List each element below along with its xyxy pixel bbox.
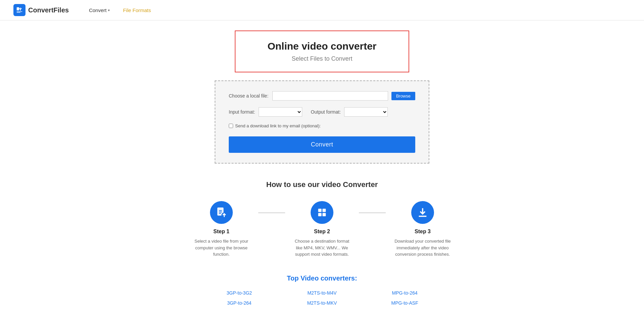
- convert-button[interactable]: Convert: [229, 136, 415, 153]
- step-1-description: Select a video file from your computer u…: [191, 238, 252, 258]
- how-to-section: How to use our video Converter: [121, 180, 523, 258]
- converter-link-m2ts-m4v[interactable]: M2TS-to-M4V: [287, 289, 357, 297]
- navigation: Convert ▾ File Formats: [89, 7, 151, 13]
- logo-icon: [13, 4, 25, 16]
- logo-text: ConvertFiles: [28, 6, 69, 14]
- converter-link-mpg-asf[interactable]: MPG-to-ASF: [370, 299, 439, 307]
- chevron-down-icon: ▾: [108, 8, 110, 12]
- email-checkbox-label: Send a download link to my email (option…: [235, 123, 321, 128]
- svg-rect-13: [318, 213, 322, 216]
- step-1-icon-circle: [210, 201, 233, 224]
- nav-file-formats[interactable]: File Formats: [123, 7, 151, 13]
- step-3: Step 3 Download your converted file imme…: [386, 201, 460, 258]
- header: ConvertFiles Convert ▾ File Formats: [0, 0, 644, 20]
- page-title: Online video converter: [256, 41, 388, 52]
- nav-convert[interactable]: Convert ▾: [89, 7, 110, 13]
- logo[interactable]: ConvertFiles: [13, 4, 69, 16]
- browse-button[interactable]: Browse: [391, 92, 415, 100]
- file-row: Choose a local file: Browse: [229, 91, 415, 101]
- converter-link-mpg-264[interactable]: MPG-to-264: [370, 289, 439, 297]
- converter-link-3gp-264[interactable]: 3GP-to-264: [205, 299, 274, 307]
- svg-rect-0: [17, 7, 19, 10]
- step-2-number: Step 2: [314, 229, 330, 235]
- hero-subtitle: Select Files to Convert: [256, 55, 388, 62]
- steps-container: Step 1 Select a video file from your com…: [121, 201, 523, 258]
- email-checkbox[interactable]: [229, 124, 233, 128]
- how-to-title: How to use our video Converter: [121, 180, 523, 189]
- email-checkbox-row: Send a download link to my email (option…: [229, 123, 415, 128]
- step-2: Step 2 Choose a destination format like …: [285, 201, 359, 258]
- step-1-number: Step 1: [213, 229, 229, 235]
- svg-rect-14: [322, 213, 326, 216]
- step-1: Step 1 Select a video file from your com…: [184, 201, 258, 258]
- step-3-icon-circle: [411, 201, 434, 224]
- format-row: Input format: Output format:: [229, 107, 415, 117]
- main-content: Online video converter Select Files to C…: [0, 20, 644, 309]
- step-connector-2: [359, 212, 386, 213]
- converters-grid: 3GP-to-3G2 M2TS-to-M4V MPG-to-264 3GP-to…: [205, 289, 439, 307]
- step-3-number: Step 3: [415, 229, 431, 235]
- step-2-description: Choose a destination format like MP4, MK…: [292, 238, 352, 258]
- svg-rect-12: [322, 209, 326, 212]
- input-format-select[interactable]: [259, 107, 302, 117]
- file-input[interactable]: [272, 91, 388, 101]
- step-3-description: Download your converted file immediately…: [392, 238, 453, 258]
- converters-title: Top Video converters:: [121, 274, 523, 282]
- input-format-label: Input format:: [229, 109, 255, 115]
- converter-link-3gp-3g2[interactable]: 3GP-to-3G2: [205, 289, 274, 297]
- local-file-label: Choose a local file:: [229, 93, 269, 99]
- top-converters-section: Top Video converters: 3GP-to-3G2 M2TS-to…: [121, 274, 523, 307]
- converter-form: Choose a local file: Browse Input format…: [215, 80, 429, 164]
- svg-rect-11: [318, 209, 322, 212]
- step-2-icon-circle: [311, 201, 333, 224]
- step-connector-1: [258, 212, 285, 213]
- hero-box: Online video converter Select Files to C…: [235, 30, 409, 72]
- output-format-label: Output format:: [311, 109, 341, 115]
- converter-link-m2ts-mkv[interactable]: M2TS-to-MKV: [287, 299, 357, 307]
- output-format-select[interactable]: [344, 107, 388, 117]
